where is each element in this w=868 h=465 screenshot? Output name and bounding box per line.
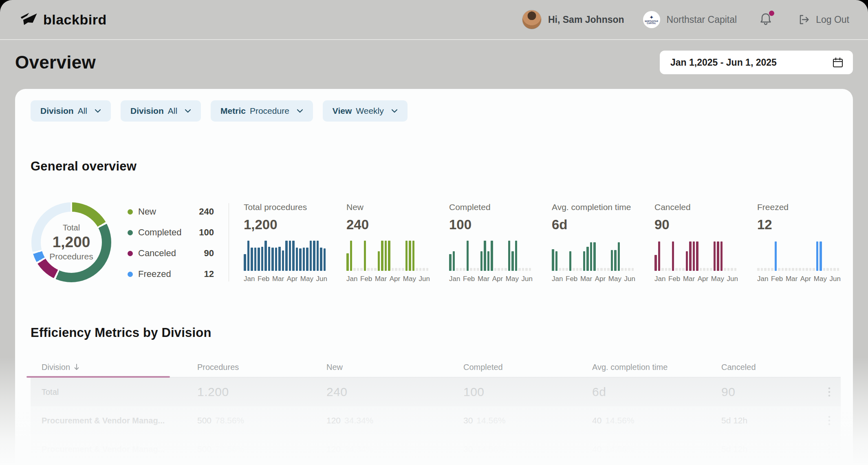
bar-stub bbox=[813, 268, 815, 271]
month-label: Jun bbox=[624, 275, 635, 283]
bar bbox=[409, 241, 411, 271]
bar-stub bbox=[710, 268, 712, 271]
bar-stub bbox=[460, 268, 462, 271]
chevron-down-icon bbox=[185, 109, 191, 113]
legend-item: Canceled 90 bbox=[128, 248, 214, 259]
bar-stub bbox=[809, 268, 812, 271]
date-range-picker[interactable]: Jan 1,2025 - Jun 1, 2025 bbox=[660, 51, 853, 74]
month-label: Jan bbox=[244, 275, 255, 283]
legend-item: New 240 bbox=[128, 206, 214, 217]
month-label: Apr bbox=[800, 275, 811, 283]
bar bbox=[247, 241, 250, 271]
bar-stub bbox=[823, 268, 826, 271]
mini-charts: Total procedures 1,200 JanFebMarAprMayJu… bbox=[244, 202, 841, 283]
filter-view[interactable]: View Weekly bbox=[323, 100, 408, 122]
bar-stub bbox=[371, 268, 373, 271]
column-header-procedures[interactable]: Procedures bbox=[186, 363, 315, 372]
month-label: May bbox=[506, 275, 519, 283]
company-name: Northstar Capital bbox=[667, 14, 737, 25]
bar bbox=[714, 241, 716, 271]
column-header-completed[interactable]: Completed bbox=[452, 363, 581, 372]
bar bbox=[696, 241, 698, 271]
bar-stub bbox=[768, 268, 770, 271]
months: JanFebMarAprMayJun bbox=[244, 275, 327, 283]
row-menu-button[interactable] bbox=[818, 415, 841, 426]
bar bbox=[654, 255, 657, 271]
bar bbox=[614, 250, 617, 271]
cell-avg: 40 bbox=[592, 444, 601, 454]
row-menu-button[interactable] bbox=[818, 387, 841, 397]
bar bbox=[385, 241, 387, 271]
table-row[interactable]: Procurement & Vendor Manag... 50078.56% … bbox=[31, 406, 841, 435]
table-row[interactable]: Procurement & Vendor Manag... 50078.56% … bbox=[31, 435, 841, 463]
bar bbox=[251, 248, 253, 271]
bars bbox=[654, 239, 738, 271]
column-header-division[interactable]: Division bbox=[31, 357, 186, 377]
month-label: Apr bbox=[492, 275, 503, 283]
bar bbox=[258, 248, 260, 271]
mini-chart-value: 1,200 bbox=[244, 217, 327, 232]
bar bbox=[467, 241, 469, 271]
bar-stub bbox=[795, 268, 798, 271]
filter-division-2[interactable]: Division All bbox=[121, 100, 201, 122]
filter-division-1[interactable]: Division All bbox=[31, 100, 111, 122]
logout-icon bbox=[798, 13, 810, 26]
filter-metric[interactable]: Metric Procedure bbox=[211, 100, 313, 122]
bar-stub bbox=[573, 268, 575, 271]
month-label: Jan bbox=[757, 275, 768, 283]
bar bbox=[820, 241, 822, 271]
brand-logo[interactable]: blackbird bbox=[20, 11, 107, 29]
bar bbox=[491, 241, 493, 271]
bar-stub bbox=[579, 268, 582, 271]
bar-stub bbox=[668, 268, 671, 271]
mini-chart-title: Freezed bbox=[757, 202, 841, 212]
kebab-menu-icon bbox=[828, 415, 831, 426]
bar-stub bbox=[724, 268, 726, 271]
bar-stub bbox=[374, 268, 377, 271]
row-menu-button[interactable] bbox=[818, 444, 841, 454]
column-header-new[interactable]: New bbox=[315, 363, 452, 372]
column-header-avg-completion[interactable]: Avg. completion time bbox=[581, 363, 710, 372]
bar-stub bbox=[761, 268, 763, 271]
bar bbox=[296, 248, 298, 271]
bars bbox=[346, 239, 430, 271]
bar-stub bbox=[731, 268, 733, 271]
calendar-icon bbox=[832, 56, 844, 69]
mini-chart-value: 6d bbox=[552, 217, 635, 232]
mini-chart-new: New 240 JanFebMarAprMayJun bbox=[346, 202, 430, 283]
table-header: Division Procedures New Completed Avg. c… bbox=[31, 357, 841, 378]
cell-avg-pct: 14.56% bbox=[605, 444, 634, 454]
bar bbox=[717, 241, 719, 271]
logout-button[interactable]: Log Out bbox=[798, 13, 849, 26]
cell-canceled: 5d 12h bbox=[721, 416, 747, 425]
donut-center-sublabel: Procedures bbox=[49, 252, 93, 261]
bar-stub bbox=[566, 268, 568, 271]
company-switcher[interactable]: ✦ NORTHSTAR CAPITAL Northstar Capital bbox=[643, 11, 737, 28]
bar-stub bbox=[501, 268, 504, 271]
bars bbox=[449, 239, 533, 271]
bar bbox=[693, 241, 695, 271]
brand-name: blackbird bbox=[43, 12, 107, 28]
bars bbox=[244, 239, 327, 271]
cell-completed: 30 bbox=[463, 444, 473, 454]
table-row-total[interactable]: Total 1.200 240 100 6d 90 bbox=[31, 378, 841, 406]
bar bbox=[618, 242, 620, 271]
bar bbox=[552, 249, 554, 271]
column-header-canceled[interactable]: Canceled bbox=[710, 363, 818, 372]
top-bar: blackbird Hi, Sam Johnson ✦ NORTHSTAR CA… bbox=[0, 0, 868, 40]
mini-chart-title: Completed bbox=[449, 202, 533, 212]
bar-stub bbox=[399, 268, 401, 271]
user-avatar[interactable] bbox=[522, 10, 542, 29]
notifications-button[interactable] bbox=[760, 12, 772, 27]
bar bbox=[381, 241, 383, 271]
bar bbox=[292, 241, 295, 271]
filter-value: All bbox=[78, 106, 87, 116]
bar bbox=[271, 248, 274, 271]
month-label: Mar bbox=[375, 275, 387, 283]
bar-stub bbox=[529, 268, 531, 271]
bar bbox=[487, 251, 490, 271]
bar-stub bbox=[625, 268, 627, 271]
bar bbox=[658, 241, 661, 271]
bar-stub bbox=[470, 268, 472, 271]
filter-label: Metric bbox=[220, 106, 246, 116]
